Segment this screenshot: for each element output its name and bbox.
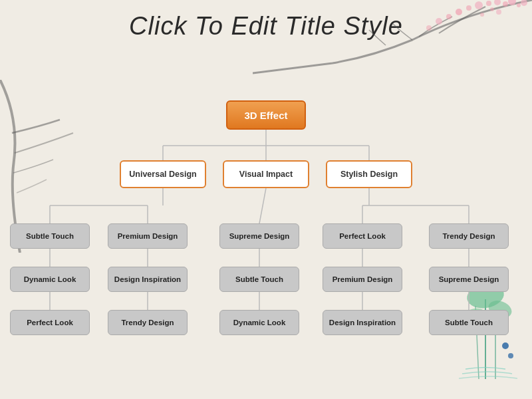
level1-visual[interactable]: Visual Impact [223, 160, 309, 188]
node-col2-row0[interactable]: Supreme Design [219, 223, 299, 249]
node-col2-row2[interactable]: Dynamic Look [219, 310, 299, 335]
node-col3-row0[interactable]: Perfect Look [323, 223, 402, 249]
node-col3-row1[interactable]: Premium Design [323, 267, 402, 292]
svg-point-14 [480, 13, 484, 17]
svg-point-13 [496, 9, 501, 15]
svg-point-8 [521, 0, 527, 6]
svg-point-2 [475, 1, 483, 9]
svg-point-9 [446, 14, 452, 19]
svg-line-32 [259, 188, 266, 223]
node-col1-row0[interactable]: Premium Design [108, 223, 188, 249]
svg-point-4 [494, 0, 501, 5]
svg-point-10 [436, 18, 442, 25]
svg-point-11 [426, 25, 432, 31]
svg-point-12 [490, 7, 494, 11]
level1-universal[interactable]: Universal Design [120, 160, 206, 188]
node-col0-row0[interactable]: Subtle Touch [10, 223, 90, 249]
node-col1-row2[interactable]: Trendy Design [108, 310, 188, 335]
level1-stylish[interactable]: Stylish Design [326, 160, 412, 188]
node-col0-row2[interactable]: Perfect Look [10, 310, 90, 335]
node-col1-row1[interactable]: Design Inspiration [108, 267, 188, 292]
node-col2-row1[interactable]: Subtle Touch [219, 267, 299, 292]
node-col0-row1[interactable]: Dynamic Look [10, 267, 90, 292]
svg-point-5 [503, 1, 508, 7]
root-node[interactable]: 3D Effect [226, 100, 306, 130]
node-col3-row2[interactable]: Design Inspiration [323, 310, 402, 335]
node-col4-row0[interactable]: Trendy Design [429, 223, 509, 249]
svg-point-1 [466, 5, 471, 11]
svg-point-3 [486, 1, 491, 6]
node-col4-row2[interactable]: Subtle Touch [429, 310, 509, 335]
svg-point-7 [517, 3, 521, 7]
node-col4-row1[interactable]: Supreme Design [429, 267, 509, 292]
svg-point-0 [456, 9, 462, 15]
